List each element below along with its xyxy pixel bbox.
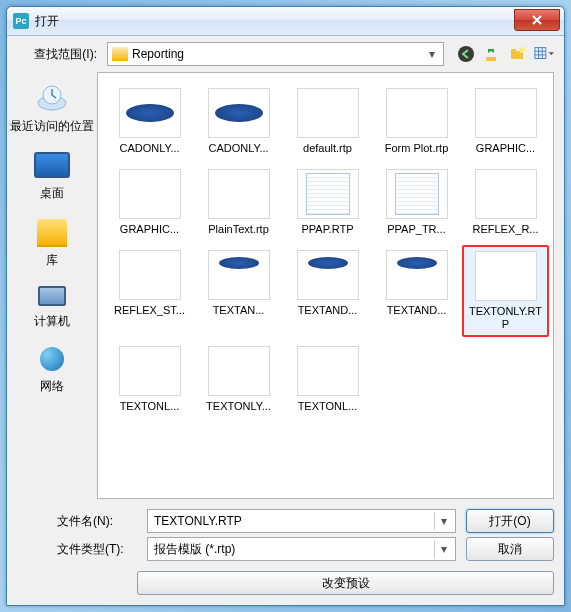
- file-thumbnail: [119, 88, 181, 138]
- filename-label: 文件名(N):: [57, 513, 137, 530]
- change-preview-label: 改变预设: [322, 575, 370, 592]
- folder-select[interactable]: Reporting ▾: [107, 42, 444, 66]
- sidebar-item-desktop[interactable]: 桌面: [34, 149, 70, 202]
- close-icon: [531, 14, 543, 26]
- file-item[interactable]: PlainText.rtp: [195, 164, 282, 241]
- file-thumbnail: [208, 88, 270, 138]
- file-thumbnail: [297, 88, 359, 138]
- file-item[interactable]: TEXTAN...: [195, 245, 282, 337]
- file-thumbnail: [475, 169, 537, 219]
- file-label: GRAPHIC...: [120, 223, 179, 236]
- nav-icons: [456, 44, 554, 64]
- chevron-down-icon: ▾: [434, 540, 453, 558]
- file-list-pane[interactable]: CADONLY...CADONLY...default.rtpForm Plot…: [97, 72, 554, 499]
- computer-icon: [37, 283, 67, 309]
- file-label: TEXTAND...: [387, 304, 447, 317]
- file-label: TEXTONLY...: [206, 400, 271, 413]
- file-label: TEXTAND...: [298, 304, 358, 317]
- file-item[interactable]: CADONLY...: [195, 83, 282, 160]
- file-label: PPAP.RTP: [302, 223, 354, 236]
- sidebar-item-network[interactable]: 网络: [37, 344, 67, 395]
- file-label: TEXTAN...: [213, 304, 265, 317]
- file-item[interactable]: TEXTONL...: [106, 341, 193, 418]
- file-label: TEXTONL...: [298, 400, 358, 413]
- file-thumbnail: [208, 169, 270, 219]
- file-label: REFLEX_R...: [472, 223, 538, 236]
- network-icon: [37, 344, 67, 374]
- newfolder-icon: [509, 45, 527, 63]
- sidebar-item-computer[interactable]: 计算机: [34, 283, 70, 330]
- sidebar-item-label: 网络: [40, 378, 64, 395]
- back-button[interactable]: [456, 44, 476, 64]
- file-item[interactable]: default.rtp: [284, 83, 371, 160]
- file-item[interactable]: PPAP_TR...: [373, 164, 460, 241]
- chevron-down-icon: ▾: [434, 512, 453, 530]
- file-thumbnail: [386, 88, 448, 138]
- file-label: Form Plot.rtp: [385, 142, 449, 155]
- file-item[interactable]: GRAPHIC...: [462, 83, 549, 160]
- sidebar-item-library[interactable]: 库: [34, 216, 70, 269]
- svg-rect-5: [535, 48, 546, 59]
- titlebar: Pc 打开: [7, 7, 564, 36]
- file-item[interactable]: CADONLY...: [106, 83, 193, 160]
- file-item[interactable]: REFLEX_ST...: [106, 245, 193, 337]
- up-button[interactable]: [482, 44, 502, 64]
- file-item[interactable]: Form Plot.rtp: [373, 83, 460, 160]
- file-thumbnail: [297, 169, 359, 219]
- sidebar-item-recent[interactable]: 最近访问的位置: [10, 82, 94, 135]
- file-item[interactable]: TEXTAND...: [284, 245, 371, 337]
- lookin-row: 查找范围(I): Reporting ▾: [7, 36, 564, 72]
- open-button-label: 打开(O): [489, 513, 530, 530]
- chevron-down-icon: ▾: [423, 45, 441, 63]
- sidebar-item-label: 最近访问的位置: [10, 118, 94, 135]
- views-button[interactable]: [534, 44, 554, 64]
- file-item[interactable]: TEXTAND...: [373, 245, 460, 337]
- sidebar-item-label: 库: [46, 252, 58, 269]
- folder-icon: [112, 47, 128, 61]
- file-label: PlainText.rtp: [208, 223, 269, 236]
- file-item[interactable]: GRAPHIC...: [106, 164, 193, 241]
- file-item[interactable]: PPAP.RTP: [284, 164, 371, 241]
- svg-point-4: [519, 47, 525, 53]
- open-button[interactable]: 打开(O): [466, 509, 554, 533]
- file-thumbnail: [119, 169, 181, 219]
- filetype-select[interactable]: 报告模版 (*.rtp) ▾: [147, 537, 456, 561]
- file-item[interactable]: TEXTONL...: [284, 341, 371, 418]
- desktop-icon: [34, 149, 70, 181]
- close-button[interactable]: [514, 9, 560, 31]
- file-item[interactable]: TEXTONLY...: [195, 341, 282, 418]
- file-thumbnail: [475, 251, 537, 301]
- file-item[interactable]: TEXTONLY.RTP: [462, 245, 549, 337]
- file-thumbnail: [208, 346, 270, 396]
- sidebar-item-label: 桌面: [40, 185, 64, 202]
- file-thumbnail: [297, 250, 359, 300]
- main-row: 最近访问的位置 桌面 库 计算机 网络: [7, 72, 564, 499]
- file-thumbnail: [475, 88, 537, 138]
- dialog-body: 查找范围(I): Reporting ▾: [7, 36, 564, 605]
- sidebar-item-label: 计算机: [34, 313, 70, 330]
- window-title: 打开: [35, 13, 514, 30]
- places-sidebar: 最近访问的位置 桌面 库 计算机 网络: [7, 72, 97, 499]
- filename-input[interactable]: TEXTONLY.RTP ▾: [147, 509, 456, 533]
- file-thumbnail: [208, 250, 270, 300]
- recent-icon: [34, 82, 70, 114]
- app-icon: Pc: [13, 13, 29, 29]
- file-label: TEXTONL...: [120, 400, 180, 413]
- library-icon: [34, 216, 70, 248]
- filetype-label: 文件类型(T):: [57, 541, 137, 558]
- file-thumbnail: [297, 346, 359, 396]
- filename-row: 文件名(N): TEXTONLY.RTP ▾ 打开(O): [17, 509, 554, 533]
- filetype-value: 报告模版 (*.rtp): [154, 541, 235, 558]
- views-icon: [534, 45, 554, 63]
- file-item[interactable]: REFLEX_R...: [462, 164, 549, 241]
- newfolder-button[interactable]: [508, 44, 528, 64]
- file-thumbnail: [119, 346, 181, 396]
- up-icon: [483, 45, 501, 63]
- footer: 文件名(N): TEXTONLY.RTP ▾ 打开(O) 文件类型(T): 报告…: [7, 499, 564, 605]
- cancel-button[interactable]: 取消: [466, 537, 554, 561]
- change-preview-button[interactable]: 改变预设: [137, 571, 554, 595]
- filename-value: TEXTONLY.RTP: [154, 514, 242, 528]
- file-grid: CADONLY...CADONLY...default.rtpForm Plot…: [106, 83, 549, 418]
- filetype-row: 文件类型(T): 报告模版 (*.rtp) ▾ 取消: [17, 537, 554, 561]
- svg-point-0: [458, 46, 474, 62]
